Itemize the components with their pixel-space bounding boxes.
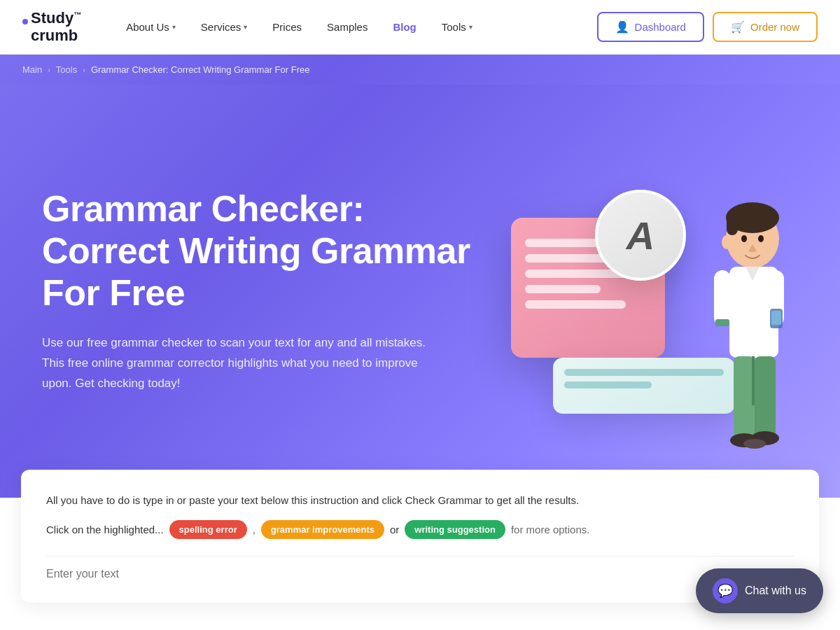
logo-dot	[22, 19, 28, 24]
chevron-down-icon: ▾	[469, 23, 472, 31]
nav-links: About Us ▾ Services ▾ Prices Samples Blo…	[115, 15, 596, 38]
highlight-prefix: Click on the highlighted...	[46, 524, 164, 536]
breadcrumb-current: Grammar Checker: Correct Writing Grammar…	[91, 64, 310, 75]
cart-icon: 🛒	[731, 20, 745, 34]
chat-label: Chat with us	[745, 584, 806, 597]
chat-button[interactable]: 💬 Chat with us	[696, 568, 823, 613]
tool-instruction: All you have to do is type in or paste y…	[46, 492, 794, 509]
breadcrumb-tools[interactable]: Tools	[56, 64, 77, 75]
svg-point-4	[758, 235, 764, 242]
grammar-circle: A	[595, 190, 686, 281]
suggestion-line	[564, 382, 652, 388]
svg-rect-10	[771, 311, 781, 325]
comma-separator: ,	[253, 524, 255, 536]
svg-point-17	[743, 439, 766, 449]
hero-content: Grammar Checker: Correct Writing Grammar…	[42, 188, 476, 394]
nav-actions: 👤 Dashboard 🛒 Order now	[597, 12, 818, 42]
dashboard-button[interactable]: 👤 Dashboard	[597, 12, 704, 42]
grammar-a-icon: A	[626, 213, 654, 258]
hero-section: Grammar Checker: Correct Writing Grammar…	[0, 85, 840, 498]
svg-point-5	[722, 235, 732, 249]
nav-services[interactable]: Services ▾	[190, 15, 259, 38]
more-options-text: for more options.	[511, 524, 590, 536]
logo-text: Study™ crumb	[31, 10, 81, 43]
or-text: or	[390, 524, 399, 536]
nav-tools[interactable]: Tools ▾	[430, 15, 484, 38]
nav-prices[interactable]: Prices	[261, 15, 313, 38]
svg-rect-11	[715, 319, 729, 326]
chevron-down-icon: ▾	[172, 23, 176, 31]
illustration-container: A	[483, 162, 833, 498]
svg-point-3	[741, 235, 747, 242]
user-icon: 👤	[615, 20, 629, 34]
svg-rect-2	[727, 211, 738, 235]
chevron-down-icon: ▾	[244, 23, 247, 31]
highlight-row: Click on the highlighted... spelling err…	[46, 520, 794, 539]
chat-icon: 💬	[713, 578, 738, 603]
nav-samples[interactable]: Samples	[316, 15, 379, 38]
breadcrumb-separator: ›	[48, 66, 50, 74]
person-illustration	[679, 197, 819, 498]
breadcrumb-separator: ›	[83, 66, 85, 74]
logo[interactable]: Study™ crumb	[22, 10, 81, 43]
grammar-improvements-badge[interactable]: grammar improvements	[261, 520, 384, 539]
spelling-error-badge[interactable]: spelling error	[169, 520, 247, 539]
navbar: Study™ crumb About Us ▾ Services ▾ Price…	[0, 0, 840, 55]
svg-rect-13	[755, 356, 776, 440]
hero-illustration: A	[476, 134, 840, 498]
svg-rect-7	[714, 270, 731, 326]
doc-line	[525, 285, 601, 293]
text-input[interactable]	[46, 556, 794, 593]
nav-blog[interactable]: Blog	[382, 15, 427, 38]
nav-about[interactable]: About Us ▾	[115, 15, 187, 38]
hero-title: Grammar Checker: Correct Writing Grammar…	[42, 188, 476, 314]
breadcrumb: Main › Tools › Grammar Checker: Correct …	[0, 55, 840, 85]
svg-rect-14	[752, 356, 755, 405]
writing-suggestion-badge[interactable]: writing suggestion	[405, 520, 505, 539]
svg-rect-12	[734, 356, 755, 440]
hero-description: Use our free grammar checker to scan you…	[42, 333, 434, 394]
breadcrumb-main[interactable]: Main	[22, 64, 42, 75]
order-now-button[interactable]: 🛒 Order now	[713, 12, 818, 42]
doc-line	[525, 300, 626, 309]
